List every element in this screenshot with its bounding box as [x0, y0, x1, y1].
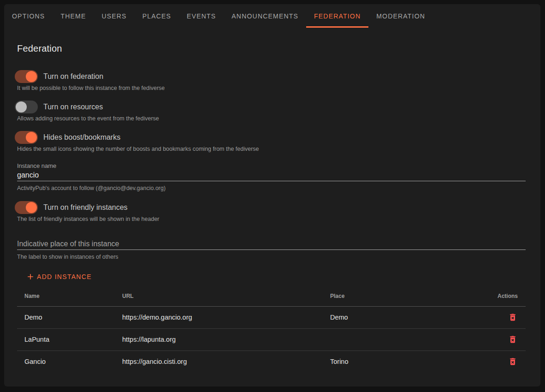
friendly-instances-toggle-hint: The list of friendly instances will be s… — [17, 216, 526, 223]
delete-instance-button[interactable] — [507, 312, 518, 323]
hide-boost-toggle-hint: Hides the small icons showing the number… — [17, 146, 526, 153]
column-header-place: Place — [323, 286, 490, 306]
trash-icon — [508, 335, 517, 344]
toggle-thumb — [26, 132, 37, 143]
hide-boost-toggle[interactable] — [15, 131, 38, 144]
table-row: Gancio https://gancio.cisti.org Torino — [17, 350, 526, 373]
tab-users[interactable]: USERS — [94, 4, 134, 28]
resources-toggle-label: Turn on resources — [43, 103, 103, 111]
add-instance-button[interactable]: ADD INSTANCE — [18, 268, 99, 285]
resources-toggle[interactable] — [15, 101, 38, 113]
federation-settings-content: Federation Turn on federation It will be… — [4, 42, 540, 386]
instance-name-cell: LaPunta — [17, 328, 115, 350]
hide-boost-toggle-label: Hides boost/bookmarks — [43, 133, 120, 142]
tab-options[interactable]: OPTIONS — [4, 4, 53, 28]
toggle-thumb — [26, 71, 37, 82]
tab-moderation[interactable]: MODERATION — [368, 4, 433, 28]
admin-tab-bar: OPTIONS THEME USERS PLACES EVENTS ANNOUN… — [4, 4, 540, 28]
instance-place-hint: The label to show in instances of others — [17, 254, 526, 261]
toggle-thumb — [16, 101, 27, 113]
federation-toggle-hint: It will be possible to follow this insta… — [17, 85, 526, 92]
resources-toggle-hint: Allows adding resources to the event fro… — [17, 115, 526, 122]
admin-panel-card: OPTIONS THEME USERS PLACES EVENTS ANNOUN… — [4, 4, 540, 386]
instance-place-cell — [323, 328, 490, 350]
instance-name-field: Instance name ActivityPub's account to f… — [17, 162, 526, 192]
trash-icon — [508, 313, 517, 322]
add-instance-label: ADD INSTANCE — [37, 273, 92, 280]
table-row: Demo https://demo.gancio.org Demo — [17, 306, 526, 328]
instance-name-hint: ActivityPub's account to follow (@gancio… — [17, 185, 526, 192]
friendly-instances-table: Name URL Place Actions Demo https://demo… — [17, 286, 526, 373]
federation-toggle[interactable] — [15, 70, 38, 83]
resources-toggle-field: Turn on resources Allows adding resource… — [17, 101, 526, 122]
instance-name-input[interactable] — [17, 169, 526, 181]
column-header-actions: Actions — [490, 286, 526, 306]
table-row: LaPunta https://lapunta.org — [17, 328, 526, 350]
table-header-row: Name URL Place Actions — [17, 286, 526, 306]
page-title: Federation — [17, 42, 526, 55]
instance-name-label: Instance name — [17, 162, 526, 169]
column-header-url: URL — [115, 286, 323, 306]
delete-instance-button[interactable] — [507, 356, 518, 367]
instance-name-cell: Gancio — [17, 350, 115, 373]
tab-theme[interactable]: THEME — [53, 4, 94, 28]
plus-icon — [26, 272, 35, 281]
instance-place-input[interactable] — [17, 238, 526, 250]
friendly-instances-toggle[interactable] — [15, 201, 38, 214]
instance-name-cell: Demo — [17, 306, 115, 328]
tab-announcements[interactable]: ANNOUNCEMENTS — [224, 4, 306, 28]
tab-places[interactable]: PLACES — [135, 4, 179, 28]
friendly-instances-toggle-label: Turn on friendly instances — [43, 203, 128, 212]
toggle-thumb — [26, 202, 37, 213]
delete-instance-button[interactable] — [507, 334, 518, 345]
federation-toggle-field: Turn on federation It will be possible t… — [17, 70, 526, 92]
hide-boost-toggle-field: Hides boost/bookmarks Hides the small ic… — [17, 131, 526, 153]
tab-federation[interactable]: FEDERATION — [306, 4, 368, 28]
trash-icon — [508, 357, 517, 366]
column-header-name: Name — [17, 286, 115, 306]
friendly-instances-toggle-field: Turn on friendly instances The list of f… — [17, 201, 526, 223]
instance-url-cell: https://demo.gancio.org — [115, 306, 323, 328]
instance-place-field: The label to show in instances of others — [17, 238, 526, 261]
tab-events[interactable]: EVENTS — [179, 4, 224, 28]
instance-place-cell: Torino — [323, 350, 490, 373]
instance-place-cell: Demo — [323, 306, 490, 328]
federation-toggle-label: Turn on federation — [43, 72, 103, 81]
instance-url-cell: https://lapunta.org — [115, 328, 323, 350]
instance-url-cell: https://gancio.cisti.org — [115, 350, 323, 373]
